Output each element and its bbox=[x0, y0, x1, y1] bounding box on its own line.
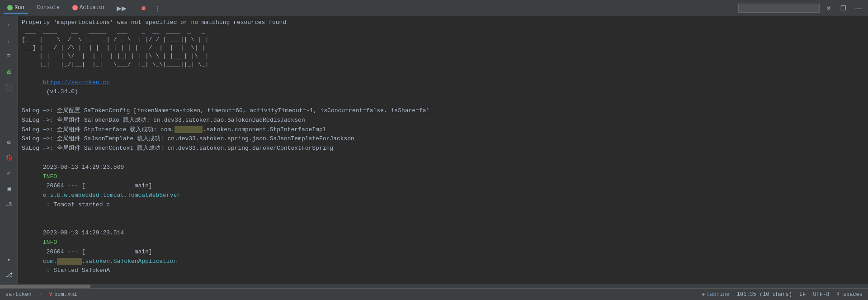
toolbar-right: ✕ ❐ — bbox=[738, 4, 864, 13]
log-salog-dao: SaLog —>: 全局组件 SaTokenDao 载入成功: cn.dev33… bbox=[22, 116, 864, 125]
sidebar-scroll-down[interactable]: ↓ bbox=[2, 33, 16, 48]
toolbar-separator bbox=[134, 4, 134, 13]
tabnine-badge: ◈ tabnine bbox=[702, 291, 730, 298]
log-line-tomcat: 2023-08-13 14:29:23.509 INFO 20604 --- [… bbox=[22, 153, 864, 219]
tabnine-icon: ◈ bbox=[702, 291, 705, 298]
maven-icon: V bbox=[49, 291, 52, 298]
stop-button[interactable]: ■ bbox=[140, 3, 148, 13]
sidebar-gear-icon[interactable]: ⚙ bbox=[2, 135, 16, 150]
sidebar: ↑ ↓ ≡ 🖨 ⬛ ⚙ 🐞 ✓ ▣ _$ ✦ ⎇ bbox=[0, 16, 18, 284]
statusbar-right: ◈ tabnine 101:35 (10 chars) LF UTF-8 4 s… bbox=[702, 291, 863, 298]
ascii-art-banner: ___ ____ __ _____ ___ _ __ ____ _ _ [_ |… bbox=[22, 28, 864, 69]
log-line-application: 2023-08-13 14:29:23.514 INFO 20604 --- [… bbox=[22, 219, 864, 284]
more-tabs-button[interactable]: ▶▶ bbox=[115, 4, 128, 13]
file-encoding: UTF-8 bbox=[813, 291, 829, 298]
sidebar-check-icon[interactable]: ✓ bbox=[2, 166, 16, 181]
search-input[interactable] bbox=[738, 4, 820, 13]
sidebar-wrap-lines[interactable]: ≡ bbox=[2, 49, 16, 63]
window-close-button[interactable]: ✕ bbox=[823, 4, 834, 13]
log-salog-context: SaLog —>: 全局组件 SaTokenContext 载入成功: cn.d… bbox=[22, 144, 864, 153]
log-line-satoken-url: https://sa-token.cc (v1.34.0) bbox=[22, 69, 864, 106]
sidebar-git-icon[interactable]: ⎇ bbox=[2, 267, 16, 282]
tab-console-label: Console bbox=[37, 5, 60, 11]
statusbar-file[interactable]: V pom.xml bbox=[49, 291, 77, 298]
actuator-tab-icon bbox=[72, 5, 78, 10]
log-salog-json: SaLog —>: 全局组件 SaJsonTemplate 载入成功: cn.d… bbox=[22, 134, 864, 144]
tab-actuator[interactable]: Actuator bbox=[69, 3, 109, 14]
line-ending: LF bbox=[799, 291, 806, 298]
log-salog-config: SaLog —>: 全局配置 SaTokenConfig [tokenName=… bbox=[22, 106, 864, 116]
scrollbar-thumb[interactable] bbox=[0, 285, 90, 288]
sidebar-stop-icon[interactable]: ⬛ bbox=[2, 80, 16, 94]
sidebar-layers-icon[interactable]: ▣ bbox=[2, 181, 16, 196]
sidebar-print-icon[interactable]: 🖨 bbox=[2, 64, 16, 79]
tab-run[interactable]: Run bbox=[4, 3, 28, 14]
statusbar: sa-token > V pom.xml ◈ tabnine 101:35 (1… bbox=[0, 288, 868, 300]
run-tab-icon bbox=[7, 5, 13, 10]
sidebar-scroll-up[interactable]: ↑ bbox=[2, 18, 16, 33]
tab-run-label: Run bbox=[14, 5, 24, 11]
project-name: sa-token bbox=[5, 291, 32, 298]
satoken-link[interactable]: https://sa-token.cc bbox=[43, 79, 110, 86]
file-name: pom.xml bbox=[54, 291, 77, 298]
sidebar-sun-icon[interactable]: ✦ bbox=[2, 252, 16, 267]
tabnine-label: tabnine bbox=[707, 291, 729, 298]
log-salog-stp: SaLog —>: 全局组件 StpInterface 载入成功: com. .… bbox=[22, 125, 864, 135]
log-line-mapper: Property 'mapperLocations' was not speci… bbox=[22, 18, 864, 28]
tab-console[interactable]: Console bbox=[33, 3, 63, 14]
cursor-position: 101:35 (10 chars) bbox=[737, 291, 792, 298]
toolbar: Run Console Actuator ▶▶ ■ ⋮ ✕ ❐ — bbox=[0, 0, 868, 16]
main-area: ↑ ↓ ≡ 🖨 ⬛ ⚙ 🐞 ✓ ▣ _$ ✦ ⎇ Property 'mappe… bbox=[0, 16, 868, 284]
statusbar-project: sa-token bbox=[5, 291, 32, 298]
tab-actuator-label: Actuator bbox=[80, 5, 106, 11]
sidebar-terminal-icon[interactable]: _$ bbox=[2, 197, 16, 211]
console-output[interactable]: Property 'mapperLocations' was not speci… bbox=[18, 16, 868, 284]
horizontal-scrollbar[interactable] bbox=[0, 284, 868, 288]
window-maximize-button[interactable]: ❐ bbox=[838, 4, 849, 13]
statusbar-sep1: > bbox=[39, 291, 42, 298]
indent-setting: 4 spaces bbox=[836, 291, 863, 298]
more-options-button[interactable]: ⋮ bbox=[153, 4, 163, 13]
window-minimize-button[interactable]: — bbox=[853, 4, 864, 13]
sidebar-bug-icon[interactable]: 🐞 bbox=[2, 151, 16, 165]
satoken-version: (v1.34.0) bbox=[43, 88, 78, 95]
